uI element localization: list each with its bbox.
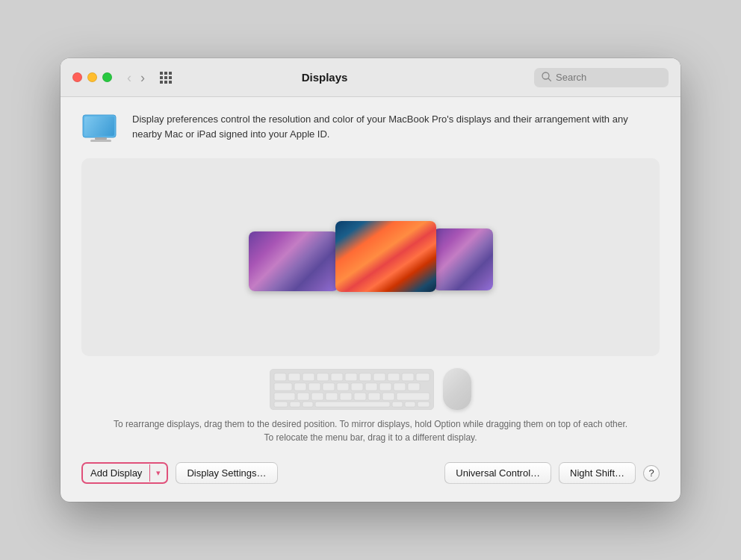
wallpaper-left: [249, 231, 338, 291]
svg-rect-39: [303, 402, 313, 407]
add-display-chevron-icon[interactable]: ▾: [149, 464, 167, 482]
svg-rect-4: [95, 137, 107, 140]
svg-rect-34: [368, 393, 380, 400]
svg-rect-10: [317, 373, 329, 381]
svg-rect-5: [90, 140, 111, 142]
svg-rect-18: [274, 383, 292, 391]
svg-rect-28: [274, 393, 295, 400]
keyboard-icon: [270, 369, 434, 410]
instruction-text: To rearrange displays, drag them to the …: [81, 417, 660, 444]
svg-rect-41: [392, 402, 403, 407]
peripheral-area: [81, 356, 660, 417]
svg-rect-16: [402, 373, 414, 381]
svg-rect-33: [354, 393, 366, 400]
svg-rect-9: [303, 373, 314, 381]
svg-rect-21: [323, 383, 335, 391]
svg-rect-7: [274, 373, 286, 381]
svg-rect-24: [365, 383, 377, 391]
svg-rect-22: [337, 383, 349, 391]
add-display-button[interactable]: Add Display ▾: [81, 462, 168, 484]
displays-arrangement-area[interactable]: [81, 158, 660, 356]
svg-rect-30: [311, 393, 323, 400]
mouse-icon: [443, 368, 471, 410]
display-settings-button[interactable]: Display Settings…: [176, 462, 277, 484]
svg-rect-15: [388, 373, 400, 381]
svg-rect-36: [397, 393, 430, 400]
back-button[interactable]: ‹: [124, 69, 134, 86]
svg-rect-40: [315, 402, 390, 407]
traffic-lights: [72, 72, 112, 82]
content-area: Display preferences control the resoluti…: [61, 97, 680, 502]
svg-line-1: [548, 78, 551, 81]
svg-rect-13: [359, 373, 371, 381]
display-thumb-right[interactable]: [433, 228, 493, 290]
svg-rect-38: [290, 402, 300, 407]
close-button[interactable]: [72, 72, 82, 82]
minimize-button[interactable]: [87, 72, 97, 82]
display-thumb-left[interactable]: [249, 231, 338, 291]
svg-rect-32: [340, 393, 352, 400]
add-display-label: Add Display: [83, 464, 149, 482]
svg-rect-17: [416, 373, 430, 381]
search-input[interactable]: [556, 72, 661, 83]
svg-rect-3: [84, 116, 114, 136]
night-shift-button[interactable]: Night Shift…: [559, 462, 636, 484]
search-container[interactable]: [534, 68, 669, 87]
system-preferences-window: ‹ › Displays: [61, 58, 680, 502]
svg-rect-20: [309, 383, 320, 391]
svg-rect-43: [418, 402, 430, 407]
svg-rect-35: [382, 393, 394, 400]
info-row: Display preferences control the resoluti…: [81, 112, 660, 143]
display-thumb-center[interactable]: [335, 221, 436, 292]
svg-rect-14: [373, 373, 385, 381]
svg-rect-23: [351, 383, 363, 391]
svg-rect-11: [331, 373, 343, 381]
universal-control-button[interactable]: Universal Control…: [444, 462, 551, 484]
svg-rect-12: [345, 373, 357, 381]
search-icon: [542, 72, 551, 84]
svg-rect-25: [379, 383, 391, 391]
svg-rect-37: [274, 402, 288, 407]
window-title: Displays: [124, 71, 525, 84]
svg-rect-26: [394, 383, 406, 391]
titlebar: ‹ › Displays: [61, 58, 680, 97]
wallpaper-right: [433, 228, 493, 290]
svg-rect-29: [297, 393, 309, 400]
bottom-buttons: Add Display ▾ Display Settings… Universa…: [81, 459, 660, 484]
maximize-button[interactable]: [102, 72, 112, 82]
displays-container: [249, 230, 493, 292]
svg-rect-19: [294, 383, 306, 391]
svg-rect-31: [326, 393, 338, 400]
wallpaper-center: [335, 221, 436, 292]
svg-rect-42: [405, 402, 415, 407]
help-button[interactable]: ?: [643, 465, 660, 482]
svg-rect-8: [288, 373, 300, 381]
display-icon: [81, 113, 120, 143]
svg-rect-27: [408, 383, 420, 391]
info-text: Display preferences control the resoluti…: [132, 112, 660, 141]
